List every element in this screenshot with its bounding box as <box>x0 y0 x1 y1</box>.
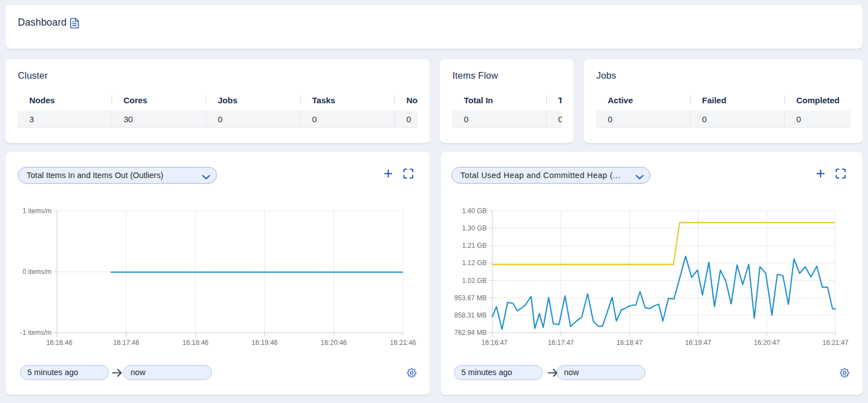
svg-text:16:17:46: 16:17:46 <box>113 339 139 347</box>
svg-text:1 items/m: 1 items/m <box>22 207 51 215</box>
svg-text:762.94 MB: 762.94 MB <box>454 329 486 337</box>
svg-text:16:20:47: 16:20:47 <box>754 339 780 347</box>
svg-text:16:20:46: 16:20:46 <box>321 339 347 347</box>
svg-text:1.40 GB: 1.40 GB <box>462 207 486 215</box>
svg-text:16:19:47: 16:19:47 <box>685 339 711 347</box>
svg-text:-1 items/m: -1 items/m <box>20 329 51 337</box>
svg-text:953.67 MB: 953.67 MB <box>454 294 486 302</box>
svg-text:16:18:47: 16:18:47 <box>616 339 643 347</box>
svg-text:16:17:47: 16:17:47 <box>548 339 574 347</box>
svg-text:16:16:47: 16:16:47 <box>481 339 508 347</box>
svg-text:1.12 GB: 1.12 GB <box>462 259 486 267</box>
svg-text:16:18:46: 16:18:46 <box>182 339 209 347</box>
svg-text:16:19:46: 16:19:46 <box>252 339 278 347</box>
svg-text:16:16:46: 16:16:46 <box>46 339 73 347</box>
svg-text:1.02 GB: 1.02 GB <box>462 277 486 285</box>
svg-text:858.31 MB: 858.31 MB <box>454 311 486 319</box>
svg-text:1.30 GB: 1.30 GB <box>462 224 486 232</box>
svg-text:0 items/m: 0 items/m <box>22 268 51 276</box>
svg-text:16:21:46: 16:21:46 <box>390 339 416 347</box>
svg-text:16:21:47: 16:21:47 <box>822 339 848 347</box>
svg-text:1.21 GB: 1.21 GB <box>462 242 486 250</box>
